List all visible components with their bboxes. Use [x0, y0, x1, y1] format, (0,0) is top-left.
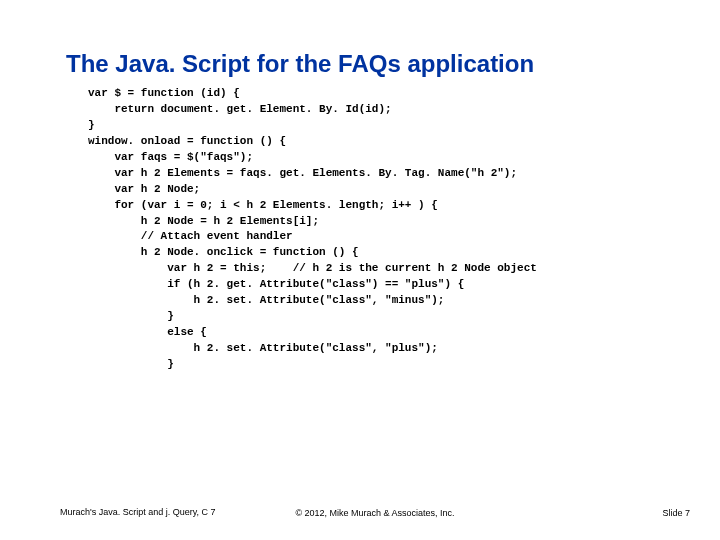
slide-footer: Murach's Java. Script and j. Query, C 7 … [60, 507, 690, 518]
footer-right: Slide 7 [662, 508, 690, 518]
slide-title: The Java. Script for the FAQs applicatio… [66, 50, 660, 78]
slide: The Java. Script for the FAQs applicatio… [0, 0, 720, 540]
footer-center: © 2012, Mike Murach & Associates, Inc. [295, 508, 454, 518]
footer-left: Murach's Java. Script and j. Query, C 7 [60, 507, 216, 518]
code-block: var $ = function (id) { return document.… [88, 86, 660, 373]
